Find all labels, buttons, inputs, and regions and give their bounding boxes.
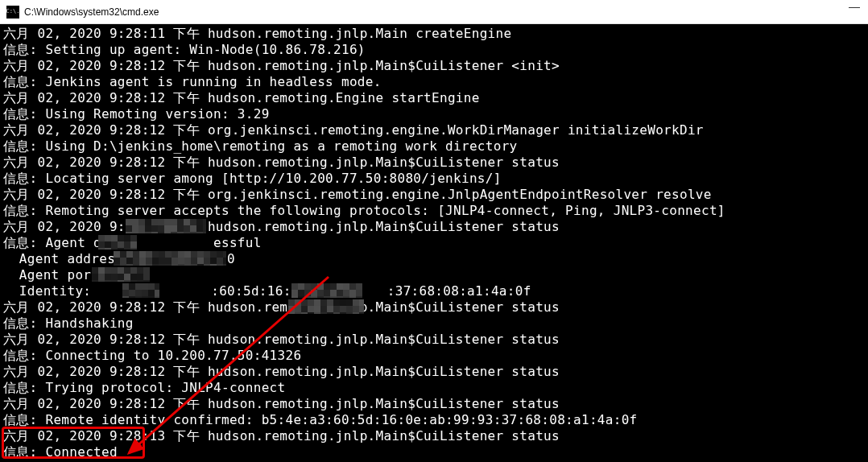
svg-rect-203 [314, 312, 320, 314]
svg-rect-107 [217, 264, 223, 266]
svg-rect-208 [327, 306, 333, 312]
console-line: 信息: Setting up agent: Win-Node(10.86.78.… [3, 42, 865, 58]
svg-rect-74 [146, 264, 152, 266]
console-line: 六月 02, 2020 9:28:12 下午 org.jenkinsci.rem… [3, 122, 865, 138]
pixelation-overlay [92, 267, 150, 282]
console-line: 六月 02, 2020 9:28:12 下午 org.jenkinsci.rem… [3, 187, 865, 203]
svg-rect-40 [98, 241, 105, 248]
svg-rect-199 [308, 306, 314, 312]
svg-rect-58 [114, 258, 120, 264]
svg-rect-161 [298, 296, 304, 298]
svg-rect-73 [146, 258, 152, 264]
svg-rect-45 [111, 235, 118, 241]
window-title: C:\Windows\system32\cmd.exe [24, 6, 159, 18]
svg-rect-5 [132, 232, 138, 233]
svg-rect-6 [138, 219, 145, 225]
svg-rect-50 [118, 248, 124, 250]
svg-rect-89 [178, 264, 184, 266]
svg-rect-54 [130, 235, 137, 241]
svg-rect-198 [308, 299, 314, 306]
svg-rect-219 [353, 299, 359, 306]
svg-rect-67 [133, 258, 139, 264]
svg-rect-158 [291, 296, 298, 298]
svg-rect-192 [295, 299, 301, 306]
svg-rect-109 [223, 258, 226, 264]
svg-rect-87 [178, 251, 184, 258]
console-line: 信息: Connecting to 10.200.77.50:41326 [3, 348, 865, 364]
console-line: 信息: Locating server among [http://10.200… [3, 171, 865, 187]
console-line: 信息: Jenkins agent is running in headless… [3, 74, 865, 90]
svg-rect-56 [130, 248, 137, 250]
svg-rect-90 [184, 251, 191, 258]
svg-rect-134 [137, 280, 143, 282]
svg-rect-29 [184, 232, 190, 233]
svg-rect-44 [105, 248, 111, 250]
svg-rect-146 [135, 296, 142, 298]
svg-rect-117 [105, 267, 111, 274]
svg-rect-182 [343, 296, 349, 298]
svg-rect-59 [114, 264, 120, 266]
svg-rect-112 [92, 274, 98, 280]
svg-rect-135 [143, 267, 150, 274]
svg-rect-62 [120, 264, 126, 266]
svg-rect-202 [314, 306, 320, 312]
svg-rect-188 [356, 296, 362, 298]
pixelation-overlay [288, 299, 364, 314]
svg-rect-200 [308, 312, 314, 314]
svg-rect-0 [126, 219, 132, 225]
svg-rect-189 [288, 299, 295, 306]
svg-rect-34 [196, 225, 203, 232]
svg-rect-128 [124, 280, 130, 282]
cmd-icon: C:\. [6, 6, 19, 19]
svg-rect-196 [301, 306, 308, 312]
console-line: 信息: Using Remoting version: 3.29 [3, 106, 865, 122]
svg-rect-224 [359, 312, 364, 314]
svg-rect-132 [137, 267, 143, 274]
svg-rect-150 [148, 283, 155, 290]
svg-rect-52 [124, 241, 130, 248]
svg-rect-37 [203, 225, 206, 232]
svg-rect-61 [120, 258, 126, 264]
svg-rect-144 [135, 283, 142, 290]
console-output[interactable]: 六月 02, 2020 9:28:11 下午 hudson.remoting.j… [0, 24, 868, 462]
svg-rect-131 [130, 280, 137, 282]
svg-rect-176 [330, 296, 337, 298]
pixelation-overlay [98, 235, 137, 250]
svg-rect-138 [122, 283, 129, 290]
svg-rect-186 [356, 283, 362, 290]
svg-rect-195 [301, 299, 308, 306]
svg-rect-64 [126, 258, 133, 264]
console-line: 信息: Using D:\jenkins_home\remoting as a … [3, 138, 865, 155]
svg-rect-211 [333, 306, 340, 312]
console-line: 信息: Handshaking [3, 316, 865, 332]
svg-rect-30 [190, 219, 196, 225]
svg-rect-22 [171, 225, 177, 232]
svg-rect-220 [353, 306, 359, 312]
svg-rect-194 [295, 312, 301, 314]
svg-rect-123 [118, 267, 124, 274]
svg-rect-80 [159, 264, 165, 266]
svg-rect-91 [184, 258, 191, 264]
svg-rect-149 [142, 296, 148, 298]
svg-rect-81 [165, 251, 172, 258]
svg-rect-93 [191, 251, 197, 258]
svg-rect-168 [317, 283, 324, 290]
svg-rect-69 [139, 251, 146, 258]
svg-rect-85 [172, 258, 178, 264]
svg-rect-86 [172, 264, 178, 266]
svg-rect-110 [223, 264, 226, 266]
svg-rect-159 [298, 283, 304, 290]
svg-rect-96 [197, 251, 204, 258]
window-titlebar[interactable]: C:\. C:\Windows\system32\cmd.exe [0, 0, 868, 24]
svg-rect-178 [337, 290, 343, 296]
svg-rect-173 [324, 296, 330, 298]
minimize-icon[interactable] [849, 6, 860, 8]
svg-rect-92 [184, 264, 191, 266]
svg-rect-60 [120, 251, 126, 258]
svg-rect-125 [118, 280, 124, 282]
svg-rect-163 [304, 290, 311, 296]
console-line: 六月 02, 2020 9:28:12 下午 hudson.remoting.j… [3, 364, 865, 380]
console-line: 信息: Remoting server accepts the followin… [3, 203, 865, 219]
svg-rect-206 [320, 312, 327, 314]
svg-rect-100 [204, 258, 210, 264]
